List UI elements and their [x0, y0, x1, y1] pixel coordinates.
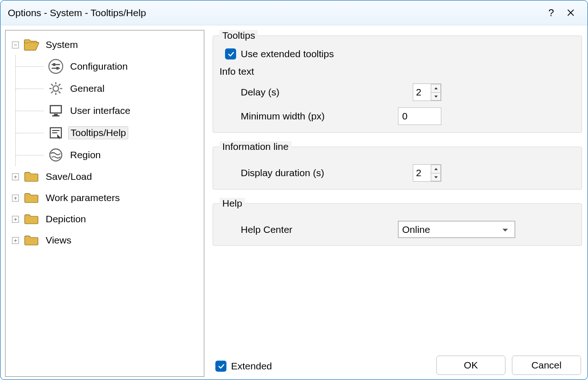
min-width-input[interactable] — [398, 107, 441, 125]
tree-label-work-parameters[interactable]: Work parameters — [44, 192, 122, 204]
ok-button[interactable]: OK — [436, 356, 505, 375]
sliders-icon — [48, 59, 64, 74]
extended-checkbox[interactable] — [215, 361, 226, 372]
tree-node-user-interface[interactable]: User interface — [16, 100, 202, 122]
cancel-button[interactable]: Cancel — [512, 356, 581, 375]
tree-node-work-parameters[interactable]: + Work parameters — [12, 187, 202, 208]
folder-open-icon — [24, 38, 39, 51]
folder-icon — [24, 234, 39, 247]
min-width-label: Minimum width (px) — [241, 111, 365, 122]
tree-label-configuration[interactable]: Configuration — [68, 60, 130, 72]
titlebar: Options - System - Tooltips/Help ? — [0, 0, 588, 25]
tooltips-group: Tooltips Use extended tooltips Info text… — [213, 30, 582, 133]
tooltips-legend: Tooltips — [220, 30, 258, 41]
dialog-footer: Extended OK Cancel — [213, 356, 582, 377]
use-extended-tooltips-label: Use extended tooltips — [241, 48, 334, 59]
spin-up-button[interactable] — [431, 84, 441, 92]
chevron-down-icon — [434, 95, 438, 98]
expander-plus-icon[interactable]: + — [12, 195, 19, 202]
tree-label-save-load[interactable]: Save/Load — [44, 171, 94, 183]
display-duration-label: Display duration (s) — [241, 167, 365, 178]
svg-rect-6 — [50, 106, 61, 113]
delay-label: Delay (s) — [241, 87, 365, 98]
expander-plus-icon[interactable]: + — [12, 237, 19, 244]
monitor-icon — [48, 103, 64, 119]
dialog-title: Options - System - Tooltips/Help — [8, 7, 541, 18]
spin-down-button[interactable] — [431, 92, 441, 101]
options-dialog: Options - System - Tooltips/Help ? − Sys… — [0, 0, 588, 380]
help-button[interactable]: ? — [541, 5, 561, 21]
check-icon — [218, 363, 225, 370]
close-icon — [567, 9, 575, 17]
folder-icon — [24, 213, 39, 226]
chevron-up-icon — [434, 167, 438, 171]
help-legend: Help — [220, 198, 245, 209]
spin-up-button[interactable] — [431, 165, 441, 173]
help-group: Help Help Center Online — [213, 198, 582, 246]
tree-node-tooltips-help[interactable]: Tooltips/Help — [16, 122, 202, 144]
svg-point-5 — [53, 86, 59, 91]
information-line-group: Information line Display duration (s) — [213, 141, 582, 190]
tree-label-depiction[interactable]: Depiction — [44, 213, 88, 225]
svg-rect-8 — [52, 115, 59, 117]
information-line-legend: Information line — [220, 141, 291, 152]
check-icon — [227, 51, 234, 58]
tooltip-icon — [48, 125, 64, 141]
tree-label-user-interface[interactable]: User interface — [68, 105, 132, 117]
tree-node-depiction[interactable]: + Depiction — [12, 208, 202, 230]
display-duration-input[interactable] — [413, 165, 431, 181]
extended-label: Extended — [231, 361, 272, 372]
use-extended-tooltips-row: Use extended tooltips — [225, 48, 575, 59]
delay-input[interactable] — [413, 84, 431, 101]
chevron-down-icon — [434, 176, 438, 179]
spin-down-button[interactable] — [431, 173, 441, 181]
svg-rect-7 — [54, 114, 58, 115]
tree-node-system[interactable]: − System Configuration — [12, 34, 202, 166]
expander-minus-icon[interactable]: − — [12, 42, 19, 48]
use-extended-tooltips-checkbox[interactable] — [225, 48, 236, 59]
folder-icon — [24, 191, 39, 204]
svg-rect-2 — [53, 63, 55, 66]
close-button[interactable] — [561, 5, 580, 21]
globe-icon — [48, 147, 64, 163]
tree-node-views[interactable]: + Views — [12, 230, 202, 251]
svg-point-12 — [50, 149, 62, 161]
delay-spinner[interactable] — [413, 83, 441, 101]
svg-point-0 — [49, 59, 63, 73]
info-text-label: Info text — [220, 66, 443, 77]
nav-tree[interactable]: − System Configuration — [5, 30, 204, 377]
expander-plus-icon[interactable]: + — [12, 173, 19, 180]
tree-label-tooltips-help[interactable]: Tooltips/Help — [68, 126, 128, 139]
folder-icon — [24, 170, 39, 183]
gear-icon — [48, 81, 64, 96]
tree-label-views[interactable]: Views — [44, 234, 73, 246]
help-center-label: Help Center — [241, 224, 365, 235]
help-center-select[interactable]: Online — [398, 221, 515, 238]
tree-label-system[interactable]: System — [44, 39, 80, 51]
tree-label-region[interactable]: Region — [68, 149, 103, 161]
display-duration-spinner[interactable] — [413, 164, 441, 182]
tree-node-general[interactable]: General — [16, 77, 202, 100]
svg-rect-4 — [56, 67, 59, 70]
tree-node-region[interactable]: Region — [16, 144, 202, 166]
tree-node-configuration[interactable]: Configuration — [16, 55, 202, 77]
tree-label-general[interactable]: General — [68, 83, 107, 95]
chevron-up-icon — [434, 87, 438, 90]
expander-plus-icon[interactable]: + — [12, 216, 19, 223]
tree-node-save-load[interactable]: + Save/Load — [12, 166, 202, 187]
